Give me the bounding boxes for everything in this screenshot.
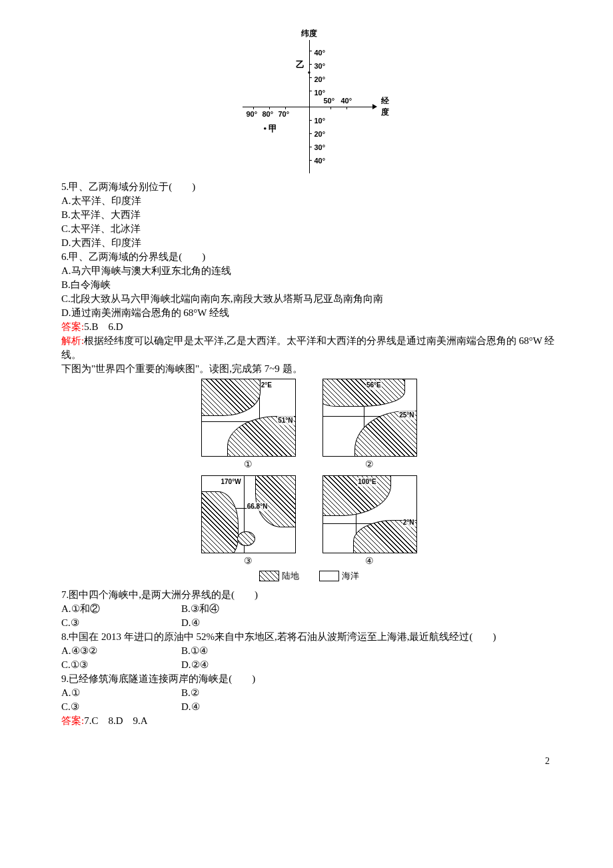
y-axis-label: 纬度 (301, 28, 317, 39)
q5-option-c: C.太平洋、北冰洋 (61, 222, 556, 236)
page-number: 2 (61, 755, 556, 768)
figure-intro: 下图为"世界四个重要的海峡图"。读图,完成第 7~9 题。 (61, 362, 556, 376)
q7-option-b: B.③和④ (181, 602, 301, 616)
q8-option-b: B.①④ (181, 644, 301, 658)
strait-1: 2°E 51°N ① (201, 379, 296, 471)
x-axis-label: 经度 (381, 95, 389, 118)
q8-option-a: A.④③② (61, 644, 181, 658)
point-yi: 乙 (296, 59, 305, 71)
coordinate-graph: 纬度 经度 40° 30° 20° 10° 10° 20° 30° 40° 90… (61, 40, 556, 177)
q6-option-b: B.白令海峡 (61, 278, 556, 292)
strait-4: 100°E 2°N ④ (322, 475, 417, 568)
q7-option-c: C.③ (61, 616, 181, 630)
q9-option-b: B.② (181, 686, 301, 700)
question-9: 9.已经修筑海底隧道连接两岸的海峡是( ) A.① B.② C.③ D.④ (61, 672, 556, 714)
question-6: 6.甲、乙两海域的分界线是( ) A.马六甲海峡与澳大利亚东北角的连线 B.白令… (61, 250, 556, 320)
q7-stem: 7.图中四个海峡中,是两大洲分界线的是( ) (61, 588, 556, 602)
q9-option-c: C.③ (61, 700, 181, 714)
q5-option-b: B.太平洋、大西洋 (61, 208, 556, 222)
q7-option-a: A.①和② (61, 602, 181, 616)
q5-option-a: A.太平洋、印度洋 (61, 194, 556, 208)
q6-option-d: D.通过南美洲南端合恩角的 68°W 经线 (61, 306, 556, 320)
q6-option-c: C.北段大致从马六甲海峡北端向南向东,南段大致从塔斯马尼亚岛南角向南 (61, 292, 556, 306)
q8-stem: 8.中国在 2013 年进口的原油中 52%来自中东地区,若将石油从波斯湾运至上… (61, 630, 556, 644)
answer-7-8-9: 答案:7.C 8.D 9.A (61, 714, 556, 728)
q9-option-a: A.① (61, 686, 181, 700)
q5-stem: 5.甲、乙两海域分别位于( ) (61, 180, 556, 194)
q6-stem: 6.甲、乙两海域的分界线是( ) (61, 250, 556, 264)
strait-2: 56°E 25°N ② (322, 379, 417, 471)
point-jia: • 甲 (264, 123, 278, 135)
q7-option-d: D.④ (181, 616, 301, 630)
strait-figure: 2°E 51°N ① 56°E 25°N ② (61, 379, 556, 585)
question-5: 5.甲、乙两海域分别位于( ) A.太平洋、印度洋 B.太平洋、大西洋 C.太平… (61, 180, 556, 250)
q5-option-d: D.大西洋、印度洋 (61, 236, 556, 250)
q9-option-d: D.④ (181, 700, 301, 714)
answer-5-6: 答案:5.B 6.D (61, 320, 556, 334)
strait-3: 170°W 66.8°N ③ (201, 475, 296, 568)
q8-option-d: D.②④ (181, 658, 301, 672)
question-8: 8.中国在 2013 年进口的原油中 52%来自中东地区,若将石油从波斯湾运至上… (61, 630, 556, 672)
analysis-5-6: 解析:根据经纬度可以确定甲是太平洋,乙是大西洋。太平洋和大西洋的分界线是通过南美… (61, 334, 556, 362)
question-7: 7.图中四个海峡中,是两大洲分界线的是( ) A.①和② B.③和④ C.③ D… (61, 588, 556, 630)
q9-stem: 9.已经修筑海底隧道连接两岸的海峡是( ) (61, 672, 556, 686)
q8-option-c: C.①③ (61, 658, 181, 672)
strait-legend: 陆地 海洋 (201, 570, 417, 582)
q6-option-a: A.马六甲海峡与澳大利亚东北角的连线 (61, 264, 556, 278)
